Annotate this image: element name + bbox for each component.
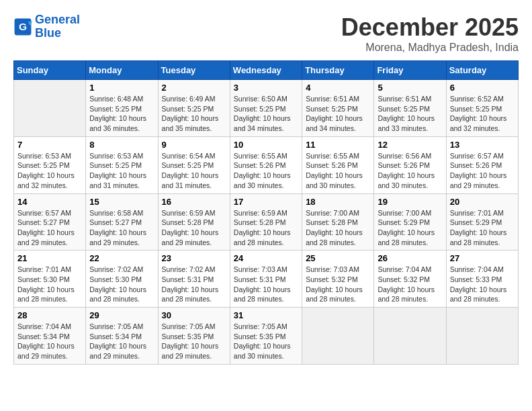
calendar-cell: 23Sunrise: 7:02 AM Sunset: 5:31 PM Dayli… xyxy=(158,250,230,308)
calendar-body: 1Sunrise: 6:48 AM Sunset: 5:25 PM Daylig… xyxy=(14,80,519,365)
header-friday: Friday xyxy=(374,61,446,80)
calendar-week-5: 28Sunrise: 7:04 AM Sunset: 5:34 PM Dayli… xyxy=(14,308,519,365)
logo-icon: G xyxy=(13,17,32,36)
day-info: Sunrise: 6:50 AM Sunset: 5:25 PM Dayligh… xyxy=(234,94,298,134)
day-number: 25 xyxy=(306,253,370,263)
logo: G General Blue xyxy=(13,13,80,40)
logo-line2: Blue xyxy=(35,26,61,40)
day-number: 5 xyxy=(378,83,442,93)
header-tuesday: Tuesday xyxy=(158,61,230,80)
day-number: 20 xyxy=(450,197,515,207)
day-number: 23 xyxy=(162,253,226,263)
day-number: 6 xyxy=(450,83,515,93)
calendar-week-2: 7Sunrise: 6:53 AM Sunset: 5:25 PM Daylig… xyxy=(14,136,519,193)
header-thursday: Thursday xyxy=(302,61,374,80)
day-info: Sunrise: 7:05 AM Sunset: 5:34 PM Dayligh… xyxy=(89,322,154,361)
day-number: 7 xyxy=(17,140,82,150)
month-title: December 2025 xyxy=(341,13,519,42)
day-number: 21 xyxy=(17,253,82,263)
calendar-table: Sunday Monday Tuesday Wednesday Thursday… xyxy=(13,60,519,365)
calendar-cell xyxy=(302,308,374,365)
day-number: 14 xyxy=(17,197,82,207)
calendar-week-1: 1Sunrise: 6:48 AM Sunset: 5:25 PM Daylig… xyxy=(14,80,519,137)
day-number: 29 xyxy=(89,310,154,320)
day-number: 13 xyxy=(450,140,515,150)
day-info: Sunrise: 7:00 AM Sunset: 5:28 PM Dayligh… xyxy=(306,208,370,248)
calendar-cell: 24Sunrise: 7:03 AM Sunset: 5:31 PM Dayli… xyxy=(230,250,302,308)
day-number: 10 xyxy=(234,140,298,150)
day-info: Sunrise: 7:03 AM Sunset: 5:31 PM Dayligh… xyxy=(234,265,298,304)
day-number: 15 xyxy=(89,197,154,207)
calendar-cell: 25Sunrise: 7:03 AM Sunset: 5:32 PM Dayli… xyxy=(302,250,374,308)
day-number: 27 xyxy=(450,253,515,263)
day-info: Sunrise: 7:02 AM Sunset: 5:30 PM Dayligh… xyxy=(89,265,154,304)
calendar-cell: 26Sunrise: 7:04 AM Sunset: 5:32 PM Dayli… xyxy=(374,250,446,308)
day-info: Sunrise: 6:51 AM Sunset: 5:25 PM Dayligh… xyxy=(378,94,442,134)
day-info: Sunrise: 7:04 AM Sunset: 5:32 PM Dayligh… xyxy=(378,265,442,304)
title-block: December 2025 Morena, Madhya Pradesh, In… xyxy=(341,13,519,54)
day-number: 2 xyxy=(162,83,226,93)
calendar-cell: 2Sunrise: 6:49 AM Sunset: 5:25 PM Daylig… xyxy=(158,80,230,137)
logo-line1: General xyxy=(35,13,80,26)
day-number: 8 xyxy=(89,140,154,150)
header-row: Sunday Monday Tuesday Wednesday Thursday… xyxy=(14,61,519,80)
calendar-cell: 20Sunrise: 7:01 AM Sunset: 5:29 PM Dayli… xyxy=(446,193,518,250)
calendar-week-3: 14Sunrise: 6:57 AM Sunset: 5:27 PM Dayli… xyxy=(14,193,519,250)
calendar-cell: 28Sunrise: 7:04 AM Sunset: 5:34 PM Dayli… xyxy=(14,308,86,365)
calendar-cell: 29Sunrise: 7:05 AM Sunset: 5:34 PM Dayli… xyxy=(86,308,158,365)
day-info: Sunrise: 6:48 AM Sunset: 5:25 PM Dayligh… xyxy=(89,94,154,134)
day-info: Sunrise: 7:00 AM Sunset: 5:29 PM Dayligh… xyxy=(378,208,442,248)
day-info: Sunrise: 6:56 AM Sunset: 5:26 PM Dayligh… xyxy=(378,151,442,191)
day-info: Sunrise: 7:05 AM Sunset: 5:35 PM Dayligh… xyxy=(162,322,226,361)
day-info: Sunrise: 6:53 AM Sunset: 5:25 PM Dayligh… xyxy=(17,151,82,191)
header-wednesday: Wednesday xyxy=(230,61,302,80)
calendar-cell xyxy=(446,308,518,365)
day-info: Sunrise: 7:01 AM Sunset: 5:29 PM Dayligh… xyxy=(450,208,515,248)
calendar-cell: 11Sunrise: 6:55 AM Sunset: 5:26 PM Dayli… xyxy=(302,136,374,193)
day-info: Sunrise: 7:01 AM Sunset: 5:30 PM Dayligh… xyxy=(17,265,82,304)
calendar-cell: 7Sunrise: 6:53 AM Sunset: 5:25 PM Daylig… xyxy=(14,136,86,193)
day-number: 24 xyxy=(234,253,298,263)
calendar-cell: 30Sunrise: 7:05 AM Sunset: 5:35 PM Dayli… xyxy=(158,308,230,365)
calendar-cell xyxy=(14,80,86,137)
calendar-cell: 18Sunrise: 7:00 AM Sunset: 5:28 PM Dayli… xyxy=(302,193,374,250)
calendar-cell: 17Sunrise: 6:59 AM Sunset: 5:28 PM Dayli… xyxy=(230,193,302,250)
day-info: Sunrise: 6:49 AM Sunset: 5:25 PM Dayligh… xyxy=(162,94,226,134)
calendar-cell: 12Sunrise: 6:56 AM Sunset: 5:26 PM Dayli… xyxy=(374,136,446,193)
day-info: Sunrise: 6:53 AM Sunset: 5:25 PM Dayligh… xyxy=(89,151,154,191)
day-info: Sunrise: 6:52 AM Sunset: 5:25 PM Dayligh… xyxy=(450,94,515,134)
day-number: 12 xyxy=(378,140,442,150)
day-info: Sunrise: 6:57 AM Sunset: 5:26 PM Dayligh… xyxy=(450,151,515,191)
calendar-cell xyxy=(374,308,446,365)
day-info: Sunrise: 7:04 AM Sunset: 5:33 PM Dayligh… xyxy=(450,265,515,304)
calendar-cell: 5Sunrise: 6:51 AM Sunset: 5:25 PM Daylig… xyxy=(374,80,446,137)
header-saturday: Saturday xyxy=(446,61,518,80)
day-number: 3 xyxy=(234,83,298,93)
calendar-cell: 22Sunrise: 7:02 AM Sunset: 5:30 PM Dayli… xyxy=(86,250,158,308)
day-info: Sunrise: 6:57 AM Sunset: 5:27 PM Dayligh… xyxy=(17,208,82,248)
calendar-cell: 10Sunrise: 6:55 AM Sunset: 5:26 PM Dayli… xyxy=(230,136,302,193)
calendar-cell: 4Sunrise: 6:51 AM Sunset: 5:25 PM Daylig… xyxy=(302,80,374,137)
calendar-cell: 27Sunrise: 7:04 AM Sunset: 5:33 PM Dayli… xyxy=(446,250,518,308)
calendar-header: Sunday Monday Tuesday Wednesday Thursday… xyxy=(14,61,519,80)
day-number: 26 xyxy=(378,253,442,263)
calendar-cell: 1Sunrise: 6:48 AM Sunset: 5:25 PM Daylig… xyxy=(86,80,158,137)
day-info: Sunrise: 6:59 AM Sunset: 5:28 PM Dayligh… xyxy=(234,208,298,248)
day-number: 30 xyxy=(162,310,226,320)
day-info: Sunrise: 7:04 AM Sunset: 5:34 PM Dayligh… xyxy=(17,322,82,361)
calendar-cell: 31Sunrise: 7:05 AM Sunset: 5:35 PM Dayli… xyxy=(230,308,302,365)
day-info: Sunrise: 6:55 AM Sunset: 5:26 PM Dayligh… xyxy=(234,151,298,191)
calendar-cell: 21Sunrise: 7:01 AM Sunset: 5:30 PM Dayli… xyxy=(14,250,86,308)
day-info: Sunrise: 7:05 AM Sunset: 5:35 PM Dayligh… xyxy=(234,322,298,361)
location-subtitle: Morena, Madhya Pradesh, India xyxy=(341,42,519,54)
calendar-cell: 3Sunrise: 6:50 AM Sunset: 5:25 PM Daylig… xyxy=(230,80,302,137)
day-number: 9 xyxy=(162,140,226,150)
calendar-cell: 14Sunrise: 6:57 AM Sunset: 5:27 PM Dayli… xyxy=(14,193,86,250)
day-info: Sunrise: 7:02 AM Sunset: 5:31 PM Dayligh… xyxy=(162,265,226,304)
day-number: 19 xyxy=(378,197,442,207)
calendar-cell: 8Sunrise: 6:53 AM Sunset: 5:25 PM Daylig… xyxy=(86,136,158,193)
calendar-cell: 6Sunrise: 6:52 AM Sunset: 5:25 PM Daylig… xyxy=(446,80,518,137)
calendar-week-4: 21Sunrise: 7:01 AM Sunset: 5:30 PM Dayli… xyxy=(14,250,519,308)
day-info: Sunrise: 6:59 AM Sunset: 5:28 PM Dayligh… xyxy=(162,208,226,248)
day-number: 22 xyxy=(89,253,154,263)
